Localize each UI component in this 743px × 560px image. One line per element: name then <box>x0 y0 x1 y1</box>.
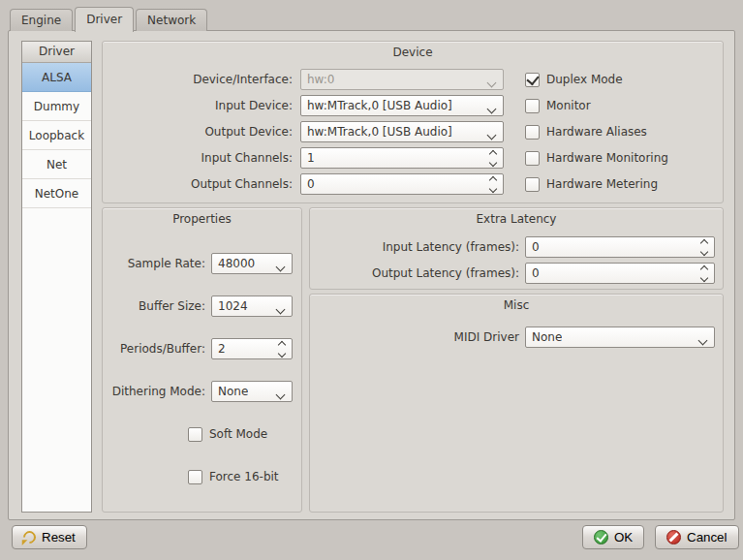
monitor-checkbox[interactable]: Monitor <box>525 95 591 116</box>
input-channels-row: Input Channels: 1 <box>107 147 504 169</box>
input-latency-spin[interactable]: 0 <box>525 236 715 258</box>
chevron-up-icon[interactable] <box>700 264 708 272</box>
tab-network[interactable]: Network <box>136 9 207 31</box>
tab-engine[interactable]: Engine <box>10 9 73 31</box>
chevron-up-icon[interactable] <box>278 340 286 348</box>
spin-arrows <box>490 174 496 194</box>
checkbox-box[interactable] <box>525 151 540 166</box>
output-channels-label: Output Channels: <box>107 177 293 191</box>
extra-latency-group: Extra Latency Input Latency (frames): 0 … <box>309 207 724 290</box>
combo-value: 48000 <box>218 257 255 270</box>
input-device-row: Input Device: hw:MTrack,0 [USB Audio] <box>107 95 504 116</box>
misc-group: Misc MIDI Driver None <box>309 294 724 513</box>
output-channels-row: Output Channels: 0 <box>107 173 504 195</box>
soft-mode-checkbox[interactable]: Soft Mode <box>188 423 267 445</box>
spin-arrows <box>279 339 285 358</box>
chevron-down-icon[interactable] <box>277 260 284 273</box>
periods-buffer-label: Periods/Buffer: <box>107 342 205 356</box>
sample-rate-combo[interactable]: 48000 <box>211 253 293 274</box>
buffer-size-combo[interactable]: 1024 <box>211 296 293 317</box>
chevron-down-icon[interactable] <box>700 247 708 255</box>
combo-value: 1024 <box>218 299 248 313</box>
device-group-title: Device <box>103 46 723 59</box>
spin-arrows <box>701 264 707 283</box>
checkbox-label: Force 16-bit <box>209 470 279 483</box>
dithering-mode-row: Dithering Mode: None <box>107 381 293 402</box>
checkbox-label: Duplex Mode <box>546 73 623 86</box>
hardware-monitoring-checkbox[interactable]: Hardware Monitoring <box>525 147 668 169</box>
output-latency-spin[interactable]: 0 <box>525 263 715 284</box>
sample-rate-label: Sample Rate: <box>107 257 205 270</box>
cancel-button[interactable]: Cancel <box>655 525 739 549</box>
checkbox-box[interactable] <box>188 427 202 442</box>
ok-button-label: OK <box>614 530 633 544</box>
midi-driver-label: MIDI Driver <box>314 330 519 344</box>
cancel-icon <box>666 530 681 544</box>
tab-driver[interactable]: Driver <box>75 7 134 32</box>
hardware-aliases-checkbox[interactable]: Hardware Aliases <box>525 121 647 142</box>
chevron-down-icon[interactable] <box>277 388 284 401</box>
checkbox-box[interactable] <box>525 99 540 113</box>
output-device-combo[interactable]: hw:MTrack,0 [USB Audio] <box>300 121 504 142</box>
cancel-button-label: Cancel <box>687 530 728 544</box>
midi-driver-combo[interactable]: None <box>525 327 715 348</box>
spin-value: 0 <box>532 266 540 280</box>
checkbox-label: Monitor <box>546 99 591 112</box>
driver-item-netone[interactable]: NetOne <box>22 179 91 208</box>
combo-value: None <box>532 330 562 344</box>
periods-buffer-row: Periods/Buffer: 2 <box>107 338 293 359</box>
spin-value: 0 <box>532 240 540 254</box>
checkbox-box[interactable] <box>188 470 202 484</box>
spin-arrows <box>490 148 496 168</box>
driver-settings-panel: Driver ALSA Dummy Loopback Net NetOne De… <box>8 30 735 520</box>
chevron-up-icon[interactable] <box>489 175 497 183</box>
device-interface-label: Device/Interface: <box>107 73 293 86</box>
reset-button[interactable]: Reset <box>12 525 87 549</box>
input-channels-spin[interactable]: 1 <box>300 147 504 169</box>
checkbox-box[interactable] <box>525 73 540 87</box>
driver-list: Driver ALSA Dummy Loopback Net NetOne <box>21 41 92 513</box>
chevron-up-icon[interactable] <box>489 149 497 157</box>
driver-item-net[interactable]: Net <box>22 150 91 179</box>
input-latency-row: Input Latency (frames): 0 <box>314 236 715 258</box>
ok-button[interactable]: OK <box>582 525 644 549</box>
device-interface-combo[interactable]: hw:0 <box>300 69 504 90</box>
spin-arrows <box>701 237 707 257</box>
duplex-mode-checkbox[interactable]: Duplex Mode <box>525 69 623 90</box>
input-device-combo[interactable]: hw:MTrack,0 [USB Audio] <box>300 95 504 116</box>
checkbox-label: Hardware Monitoring <box>546 151 668 165</box>
output-channels-spin[interactable]: 0 <box>300 173 504 195</box>
output-device-row: Output Device: hw:MTrack,0 [USB Audio] <box>107 121 504 142</box>
chevron-down-icon[interactable] <box>699 333 706 347</box>
chevron-down-icon[interactable] <box>489 158 497 166</box>
midi-driver-row: MIDI Driver None <box>314 327 715 348</box>
chevron-down-icon[interactable] <box>278 349 286 357</box>
driver-list-header: Driver <box>22 42 91 63</box>
properties-group-title: Properties <box>103 212 301 226</box>
combo-value: hw:MTrack,0 [USB Audio] <box>307 125 452 139</box>
input-channels-label: Input Channels: <box>107 151 293 165</box>
chevron-down-icon[interactable] <box>700 273 708 281</box>
driver-item-alsa[interactable]: ALSA <box>22 63 91 92</box>
device-group: Device Device/Interface: hw:0 Input Devi… <box>102 41 724 203</box>
dithering-mode-combo[interactable]: None <box>211 381 293 402</box>
chevron-down-icon[interactable] <box>488 76 495 89</box>
chevron-down-icon[interactable] <box>488 102 495 115</box>
properties-group: Properties Sample Rate: 48000 Buffer Siz… <box>102 207 302 513</box>
spin-value: 1 <box>307 151 315 165</box>
input-latency-label: Input Latency (frames): <box>314 240 519 254</box>
chevron-down-icon[interactable] <box>488 128 495 141</box>
chevron-down-icon[interactable] <box>277 302 284 316</box>
hardware-metering-checkbox[interactable]: Hardware Metering <box>525 173 658 195</box>
chevron-up-icon[interactable] <box>700 238 708 246</box>
checkbox-label: Hardware Metering <box>546 177 658 191</box>
chevron-down-icon[interactable] <box>489 184 497 192</box>
buffer-size-label: Buffer Size: <box>107 299 205 313</box>
driver-item-loopback[interactable]: Loopback <box>22 121 91 150</box>
checkbox-box[interactable] <box>525 125 540 140</box>
checkbox-box[interactable] <box>525 177 540 192</box>
driver-item-dummy[interactable]: Dummy <box>22 92 91 121</box>
force-16bit-checkbox[interactable]: Force 16-bit <box>188 466 279 487</box>
dithering-mode-label: Dithering Mode: <box>107 385 205 398</box>
periods-buffer-spin[interactable]: 2 <box>211 338 293 359</box>
